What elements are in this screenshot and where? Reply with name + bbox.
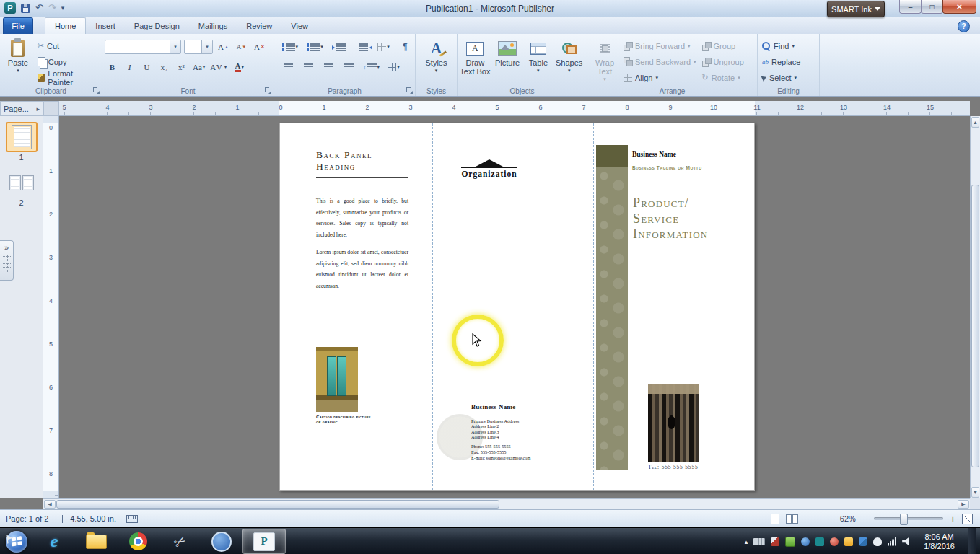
publication-page[interactable]: Back Panel Heading This is a good place … xyxy=(279,123,755,491)
taskbar-publisher[interactable]: P xyxy=(242,529,286,554)
zoom-slider-thumb[interactable] xyxy=(900,514,908,525)
font-name-select[interactable]: ▾ xyxy=(105,40,181,54)
page-thumbnail-1[interactable] xyxy=(6,122,38,152)
special-characters-button[interactable]: ¶ xyxy=(398,40,413,53)
vertical-scroll-thumb[interactable] xyxy=(971,185,979,467)
zoom-out-button[interactable]: − xyxy=(862,514,868,524)
tab-view[interactable]: View xyxy=(281,18,318,34)
tab-review[interactable]: Review xyxy=(237,18,281,34)
shapes-button[interactable]: Shapes ▾ xyxy=(554,37,585,84)
scroll-up-button[interactable]: ▲ xyxy=(971,117,979,128)
scroll-down-button[interactable]: ▼ xyxy=(971,487,979,498)
align-right-button[interactable] xyxy=(321,61,336,74)
tray-security-icon[interactable] xyxy=(859,537,867,546)
table-button[interactable]: Table ▾ xyxy=(524,37,552,84)
taskbar-file-explorer[interactable] xyxy=(75,529,117,553)
page-indicator[interactable]: Page: 1 of 2 xyxy=(6,514,48,523)
increase-indent-button[interactable] xyxy=(354,40,369,53)
grow-font-button[interactable]: A▲ xyxy=(216,40,231,53)
tray-keyboard-icon[interactable] xyxy=(753,538,765,545)
zoom-slider[interactable] xyxy=(874,517,943,520)
align-left-button[interactable] xyxy=(281,61,296,74)
tray-antivirus-icon[interactable] xyxy=(830,537,839,546)
find-button[interactable]: Find ▾ xyxy=(760,40,802,53)
ungroup-button[interactable]: Ungroup xyxy=(700,56,746,69)
document-canvas[interactable]: Back Panel Heading This is a good place … xyxy=(59,116,970,498)
scroll-right-button[interactable]: ▶ xyxy=(958,500,969,509)
tab-mailings[interactable]: Mailings xyxy=(189,18,237,34)
send-backward-button[interactable]: Send Backward ▾ xyxy=(621,56,699,69)
single-page-view-button[interactable] xyxy=(771,514,779,524)
tray-mail-icon[interactable] xyxy=(844,537,853,546)
chevron-down-icon[interactable]: ▾ xyxy=(170,40,180,53)
group-button[interactable]: Group xyxy=(700,40,746,53)
fit-page-button[interactable] xyxy=(962,514,973,524)
door-photo[interactable] xyxy=(316,347,358,412)
start-button[interactable] xyxy=(0,528,33,554)
tray-smart-board-icon[interactable] xyxy=(815,537,824,546)
italic-button[interactable]: I xyxy=(122,61,137,74)
redo-button[interactable]: ↷ xyxy=(48,2,56,14)
tray-volume-icon[interactable] xyxy=(902,537,911,546)
page-navigation-header[interactable]: Page... ▸ xyxy=(0,101,43,116)
tray-smart-ink-icon[interactable] xyxy=(771,537,779,546)
clipboard-dialog-launcher[interactable] xyxy=(93,87,100,94)
numbering-button[interactable]: ▾ xyxy=(306,40,325,53)
subscript-button[interactable]: x₂ xyxy=(157,61,172,74)
pane-expander-button[interactable]: » xyxy=(0,240,14,281)
tab-insert[interactable]: Insert xyxy=(86,18,125,34)
tab-home[interactable]: Home xyxy=(45,17,86,34)
publisher-app-icon[interactable]: P xyxy=(4,2,16,14)
select-button[interactable]: Select ▾ xyxy=(760,71,802,84)
draw-text-box-button[interactable]: A Draw Text Box xyxy=(460,37,491,84)
horizontal-ruler[interactable]: 543210123456789101112131415 xyxy=(59,101,970,116)
scroll-left-button[interactable]: ◀ xyxy=(44,500,56,509)
line-spacing-button[interactable]: ↕▾ xyxy=(362,61,381,74)
shrink-font-button[interactable]: A▼ xyxy=(234,40,249,53)
show-hidden-icons-button[interactable]: ▴ xyxy=(745,538,748,545)
vertical-scrollbar[interactable]: ▲ ▼ xyxy=(970,116,980,498)
minimize-button[interactable]: – xyxy=(899,0,922,14)
horizontal-scroll-thumb[interactable] xyxy=(56,500,499,509)
right-panel-business-name[interactable]: Business Name xyxy=(632,151,676,158)
business-address-block[interactable]: Business Name Primary Business AddressAd… xyxy=(471,403,587,461)
save-button[interactable] xyxy=(21,4,30,13)
paragraph-dialog-launcher[interactable] xyxy=(406,87,413,94)
format-painter-button[interactable]: Format Painter xyxy=(35,71,100,84)
tab-page-design[interactable]: Page Design xyxy=(125,18,189,34)
tray-onedrive-icon[interactable] xyxy=(873,537,882,546)
decrease-indent-button[interactable] xyxy=(331,40,346,53)
picture-button[interactable]: Picture xyxy=(492,37,523,84)
bullets-button[interactable]: ▾ xyxy=(281,40,299,53)
underline-button[interactable]: U xyxy=(139,61,154,74)
horizontal-scrollbar[interactable]: ◀ ▶ xyxy=(43,498,970,509)
align-center-button[interactable] xyxy=(301,61,316,74)
bring-forward-button[interactable]: Bring Forward ▾ xyxy=(621,40,699,53)
bold-button[interactable]: B xyxy=(105,61,120,74)
two-page-spread-button[interactable] xyxy=(786,514,798,524)
organization-logo-block[interactable]: Organization xyxy=(445,159,534,180)
tray-bluetooth-icon[interactable] xyxy=(801,537,810,546)
columns-button[interactable]: ▾ xyxy=(376,40,391,53)
font-dialog-launcher[interactable] xyxy=(265,87,271,94)
back-panel-paragraph-1[interactable]: This is a good place to briefly, but eff… xyxy=(316,195,408,240)
font-color-button[interactable]: A▾ xyxy=(232,61,247,74)
replace-button[interactable]: ab Replace xyxy=(760,56,802,69)
column-photo[interactable] xyxy=(648,384,699,462)
change-case-button[interactable]: Aa▾ xyxy=(191,61,206,74)
font-size-select[interactable]: ▾ xyxy=(184,40,213,54)
smart-ink-button[interactable]: SMART Ink xyxy=(827,1,885,17)
show-desktop-button[interactable] xyxy=(968,528,976,554)
chevron-down-icon[interactable]: ▾ xyxy=(201,40,212,53)
superscript-button[interactable]: x² xyxy=(174,61,189,74)
borders-button[interactable]: ▾ xyxy=(386,61,401,74)
maximize-button[interactable]: □ xyxy=(921,0,943,14)
product-service-heading[interactable]: Product/ServiceInformation xyxy=(633,195,734,242)
tray-battery-icon[interactable] xyxy=(785,537,795,547)
back-panel-paragraph-2[interactable]: Lorem ipsum dolor sit amet, consectetuer… xyxy=(316,247,408,291)
wrap-text-button[interactable]: Wrap Text ▾ xyxy=(590,37,620,84)
rotate-button[interactable]: ↻ Rotate ▾ xyxy=(700,71,746,84)
align-button[interactable]: Align ▾ xyxy=(621,71,699,84)
telephone-line[interactable]: Tel: 555 555 5555 xyxy=(648,464,699,470)
cut-button[interactable]: ✂ Cut xyxy=(35,39,100,53)
